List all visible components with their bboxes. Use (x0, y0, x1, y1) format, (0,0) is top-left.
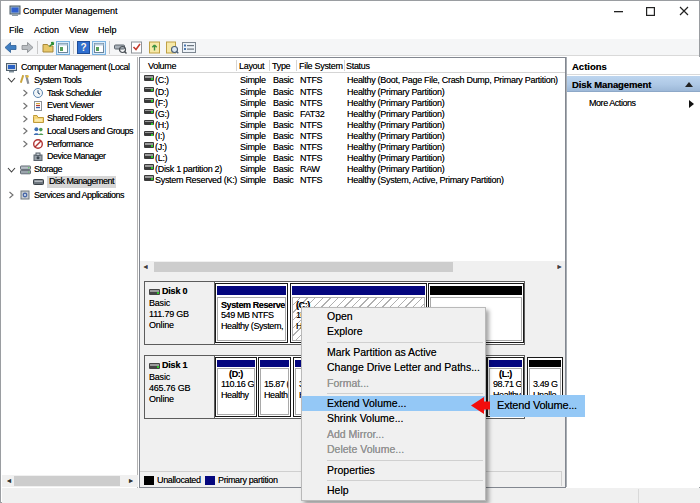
svg-text:?: ? (80, 42, 86, 53)
